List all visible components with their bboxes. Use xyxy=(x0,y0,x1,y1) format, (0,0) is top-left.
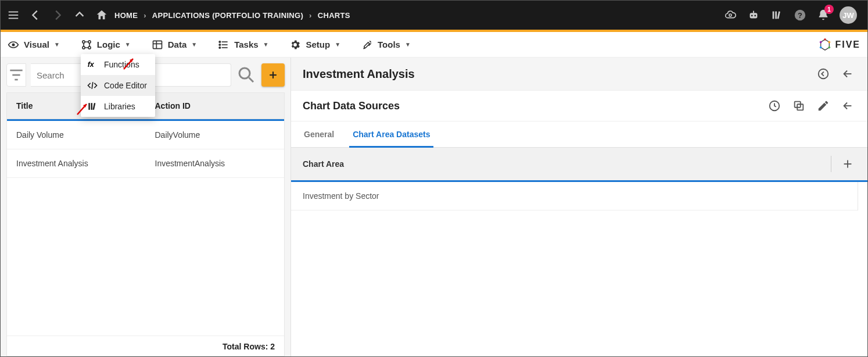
svg-text:?: ? xyxy=(798,11,802,20)
detail-subtitle: Chart Data Sources xyxy=(303,100,400,112)
hamburger-icon[interactable] xyxy=(6,8,20,22)
brand-logo: FIVE xyxy=(819,38,860,51)
svg-rect-8 xyxy=(773,12,774,19)
charts-table: Title Action ID Daily Volume DailyVolume… xyxy=(6,92,285,356)
menu-tasks[interactable]: Tasks ▼ xyxy=(218,39,268,51)
search-icon[interactable] xyxy=(236,65,257,85)
svg-point-6 xyxy=(754,15,756,17)
menu-visual-label: Visual xyxy=(24,40,49,49)
svg-point-45 xyxy=(239,68,250,78)
cloud-icon[interactable] xyxy=(723,8,737,22)
robot-icon[interactable] xyxy=(747,8,761,22)
menu-tools[interactable]: Tools ▼ xyxy=(361,39,411,51)
svg-point-24 xyxy=(219,41,221,42)
logic-menu-code-editor[interactable]: Code Editor xyxy=(81,75,155,96)
section-chart-area-label: Chart Area xyxy=(303,159,344,169)
menu-bar: Visual ▼ Logic ▼ Data ▼ Tasks ▼ Setup ▼ … xyxy=(1,32,867,58)
menu-logic-label: Logic xyxy=(97,40,120,49)
add-chart-area-icon[interactable] xyxy=(840,156,856,172)
help-icon[interactable]: ? xyxy=(793,8,807,22)
svg-point-15 xyxy=(88,40,91,42)
back-circle-icon[interactable] xyxy=(815,66,831,82)
chevron-right-icon: › xyxy=(144,11,146,20)
svg-point-16 xyxy=(83,46,85,48)
detail-title: Investment Analysis xyxy=(303,67,415,81)
breadcrumb-home[interactable]: HOME xyxy=(114,11,138,20)
cell-action-id: InvestmentAnalysis xyxy=(146,149,285,177)
divider xyxy=(831,156,831,172)
svg-point-31 xyxy=(820,46,822,48)
logic-menu-code-editor-label: Code Editor xyxy=(104,81,147,90)
menu-visual[interactable]: Visual ▼ xyxy=(8,39,60,51)
user-avatar[interactable]: JW xyxy=(840,6,857,24)
home-icon[interactable] xyxy=(95,8,109,22)
back-arrow-icon[interactable] xyxy=(840,66,856,82)
svg-point-25 xyxy=(219,44,221,45)
menu-data[interactable]: Data ▼ xyxy=(152,39,197,51)
right-pane: Investment Analysis Chart Data Sources xyxy=(291,58,867,356)
svg-point-32 xyxy=(820,41,822,43)
breadcrumb-applications[interactable]: APPLICATIONS (PORTFOLIO TRAINING) xyxy=(152,11,303,20)
cell-title: Daily Volume xyxy=(7,121,146,149)
svg-point-5 xyxy=(751,15,753,17)
nav-up-icon[interactable] xyxy=(73,8,87,22)
tab-chart-area-datasets[interactable]: Chart Area Datasets xyxy=(351,122,431,147)
menu-setup-label: Setup xyxy=(306,40,330,49)
svg-point-29 xyxy=(828,41,831,43)
back-arrow-icon[interactable] xyxy=(840,98,856,114)
logic-menu-functions[interactable]: fx Functions xyxy=(81,54,155,75)
svg-line-46 xyxy=(249,78,254,83)
chevron-down-icon: ▼ xyxy=(191,41,197,48)
chart-area-item[interactable]: Investment by Sector xyxy=(291,182,858,210)
breadcrumb-charts[interactable]: CHARTS xyxy=(318,11,350,20)
annotation-arrow xyxy=(76,101,91,116)
cell-title: Investment Analysis xyxy=(7,149,146,177)
chevron-down-icon: ▼ xyxy=(54,41,60,48)
chevron-right-icon: › xyxy=(309,11,312,20)
svg-point-28 xyxy=(824,38,827,41)
logic-menu-libraries[interactable]: Libraries xyxy=(81,96,155,117)
table-row[interactable]: Investment Analysis InvestmentAnalysis xyxy=(7,149,284,178)
history-icon[interactable] xyxy=(766,98,783,114)
logic-menu-libraries-label: Libraries xyxy=(104,102,135,111)
menu-data-label: Data xyxy=(168,40,187,49)
brand-label: FIVE xyxy=(835,40,860,50)
library-icon[interactable] xyxy=(770,8,784,22)
edit-icon[interactable] xyxy=(815,98,831,114)
menu-setup[interactable]: Setup ▼ xyxy=(289,39,340,51)
menu-tools-label: Tools xyxy=(378,40,400,49)
tab-general[interactable]: General xyxy=(303,122,335,147)
svg-line-34 xyxy=(92,82,93,89)
chevron-down-icon: ▼ xyxy=(263,41,269,48)
filter-icon[interactable] xyxy=(6,63,26,87)
svg-point-14 xyxy=(83,40,85,42)
svg-point-26 xyxy=(219,47,221,48)
svg-marker-27 xyxy=(821,39,830,49)
svg-point-49 xyxy=(819,69,828,79)
svg-point-13 xyxy=(12,43,15,46)
bell-icon[interactable] xyxy=(816,8,830,22)
svg-rect-4 xyxy=(750,13,758,18)
table-footer-total: Total Rows: 2 xyxy=(7,335,284,356)
top-navbar: HOME › APPLICATIONS (PORTFOLIO TRAINING)… xyxy=(1,1,867,30)
svg-point-3 xyxy=(729,14,731,16)
add-button[interactable] xyxy=(261,63,285,87)
col-header-action-id[interactable]: Action ID xyxy=(146,93,285,119)
nav-back-icon[interactable] xyxy=(28,8,42,22)
chevron-down-icon: ▼ xyxy=(405,41,411,48)
menu-logic[interactable]: Logic ▼ xyxy=(81,39,131,51)
nav-forward-icon xyxy=(51,8,64,22)
svg-rect-37 xyxy=(92,103,95,110)
detail-tabs: General Chart Area Datasets xyxy=(291,122,867,148)
svg-rect-9 xyxy=(775,12,777,19)
copy-icon[interactable] xyxy=(791,98,807,114)
table-row[interactable]: Daily Volume DailyVolume xyxy=(7,121,284,149)
annotation-arrow xyxy=(123,55,138,70)
svg-rect-18 xyxy=(153,41,162,48)
logic-dropdown: fx Functions Code Editor Libraries xyxy=(81,54,155,117)
menu-tasks-label: Tasks xyxy=(234,40,258,49)
svg-point-17 xyxy=(88,46,91,48)
chevron-down-icon: ▼ xyxy=(335,41,340,48)
svg-text:fx: fx xyxy=(88,60,95,69)
svg-rect-7 xyxy=(753,11,754,13)
